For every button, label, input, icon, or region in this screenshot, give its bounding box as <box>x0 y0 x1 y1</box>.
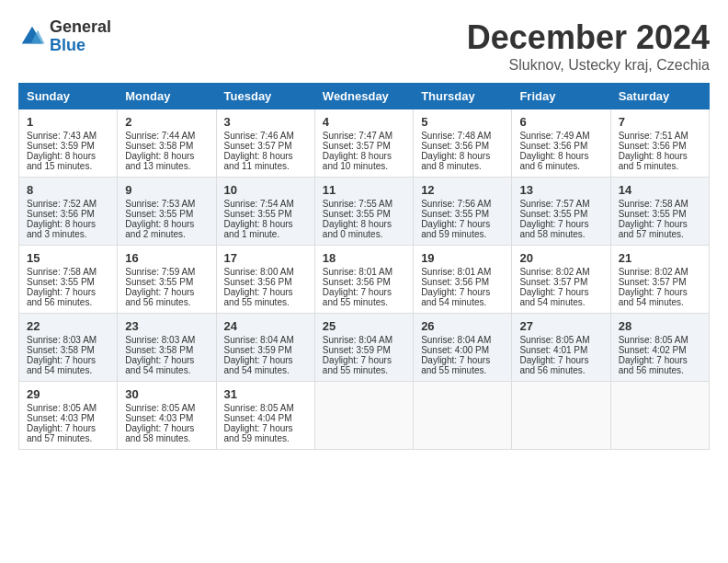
table-row <box>414 382 512 450</box>
calendar-header-row: Sunday Monday Tuesday Wednesday Thursday… <box>19 84 710 109</box>
table-row: 22Sunrise: 8:03 AMSunset: 3:58 PMDayligh… <box>19 314 118 382</box>
calendar-week-3: 22Sunrise: 8:03 AMSunset: 3:58 PMDayligh… <box>19 314 710 382</box>
table-row: 26Sunrise: 8:04 AMSunset: 4:00 PMDayligh… <box>414 314 512 382</box>
calendar-week-2: 15Sunrise: 7:58 AMSunset: 3:55 PMDayligh… <box>19 246 710 314</box>
table-row: 23Sunrise: 8:03 AMSunset: 3:58 PMDayligh… <box>118 314 216 382</box>
table-row <box>314 382 413 450</box>
header-friday: Friday <box>512 84 610 109</box>
calendar-week-4: 29Sunrise: 8:05 AMSunset: 4:03 PMDayligh… <box>19 382 710 450</box>
table-row: 3Sunrise: 7:46 AMSunset: 3:57 PMDaylight… <box>216 109 314 178</box>
calendar-week-0: 1Sunrise: 7:43 AMSunset: 3:59 PMDaylight… <box>19 109 710 178</box>
table-row: 18Sunrise: 8:01 AMSunset: 3:56 PMDayligh… <box>314 246 413 314</box>
logo-blue: Blue <box>50 37 111 55</box>
logo: General Blue <box>18 18 111 55</box>
table-row: 4Sunrise: 7:47 AMSunset: 3:57 PMDaylight… <box>314 109 413 178</box>
table-row: 25Sunrise: 8:04 AMSunset: 3:59 PMDayligh… <box>314 314 413 382</box>
table-row: 9Sunrise: 7:53 AMSunset: 3:55 PMDaylight… <box>118 178 216 246</box>
table-row: 30Sunrise: 8:05 AMSunset: 4:03 PMDayligh… <box>118 382 216 450</box>
header-monday: Monday <box>118 84 216 109</box>
location: Sluknov, Ustecky kraj, Czechia <box>467 57 710 74</box>
month-title: December 2024 <box>467 18 710 57</box>
table-row: 21Sunrise: 8:02 AMSunset: 3:57 PMDayligh… <box>610 246 709 314</box>
table-row: 19Sunrise: 8:01 AMSunset: 3:56 PMDayligh… <box>414 246 512 314</box>
table-row: 14Sunrise: 7:58 AMSunset: 3:55 PMDayligh… <box>610 178 709 246</box>
table-row: 24Sunrise: 8:04 AMSunset: 3:59 PMDayligh… <box>216 314 314 382</box>
table-row: 1Sunrise: 7:43 AMSunset: 3:59 PMDaylight… <box>19 109 118 178</box>
logo-text: General Blue <box>50 18 111 55</box>
logo-icon <box>18 23 46 51</box>
header-wednesday: Wednesday <box>314 84 413 109</box>
table-row: 16Sunrise: 7:59 AMSunset: 3:55 PMDayligh… <box>118 246 216 314</box>
table-row: 11Sunrise: 7:55 AMSunset: 3:55 PMDayligh… <box>314 178 413 246</box>
table-row: 6Sunrise: 7:49 AMSunset: 3:56 PMDaylight… <box>512 109 610 178</box>
table-row: 29Sunrise: 8:05 AMSunset: 4:03 PMDayligh… <box>19 382 118 450</box>
page-header: General Blue December 2024 Sluknov, Uste… <box>18 18 710 74</box>
table-row: 13Sunrise: 7:57 AMSunset: 3:55 PMDayligh… <box>512 178 610 246</box>
header-saturday: Saturday <box>610 84 709 109</box>
header-sunday: Sunday <box>19 84 118 109</box>
calendar-week-1: 8Sunrise: 7:52 AMSunset: 3:56 PMDaylight… <box>19 178 710 246</box>
table-row: 7Sunrise: 7:51 AMSunset: 3:56 PMDaylight… <box>610 109 709 178</box>
title-block: December 2024 Sluknov, Ustecky kraj, Cze… <box>467 18 710 74</box>
table-row: 31Sunrise: 8:05 AMSunset: 4:04 PMDayligh… <box>216 382 314 450</box>
table-row <box>610 382 709 450</box>
calendar: Sunday Monday Tuesday Wednesday Thursday… <box>18 83 710 450</box>
table-row: 15Sunrise: 7:58 AMSunset: 3:55 PMDayligh… <box>19 246 118 314</box>
table-row: 17Sunrise: 8:00 AMSunset: 3:56 PMDayligh… <box>216 246 314 314</box>
logo-general: General <box>50 18 111 37</box>
table-row: 27Sunrise: 8:05 AMSunset: 4:01 PMDayligh… <box>512 314 610 382</box>
table-row: 10Sunrise: 7:54 AMSunset: 3:55 PMDayligh… <box>216 178 314 246</box>
table-row: 8Sunrise: 7:52 AMSunset: 3:56 PMDaylight… <box>19 178 118 246</box>
table-row <box>512 382 610 450</box>
header-thursday: Thursday <box>414 84 512 109</box>
table-row: 20Sunrise: 8:02 AMSunset: 3:57 PMDayligh… <box>512 246 610 314</box>
table-row: 12Sunrise: 7:56 AMSunset: 3:55 PMDayligh… <box>414 178 512 246</box>
table-row: 28Sunrise: 8:05 AMSunset: 4:02 PMDayligh… <box>610 314 709 382</box>
header-tuesday: Tuesday <box>216 84 314 109</box>
table-row: 2Sunrise: 7:44 AMSunset: 3:58 PMDaylight… <box>118 109 216 178</box>
table-row: 5Sunrise: 7:48 AMSunset: 3:56 PMDaylight… <box>414 109 512 178</box>
